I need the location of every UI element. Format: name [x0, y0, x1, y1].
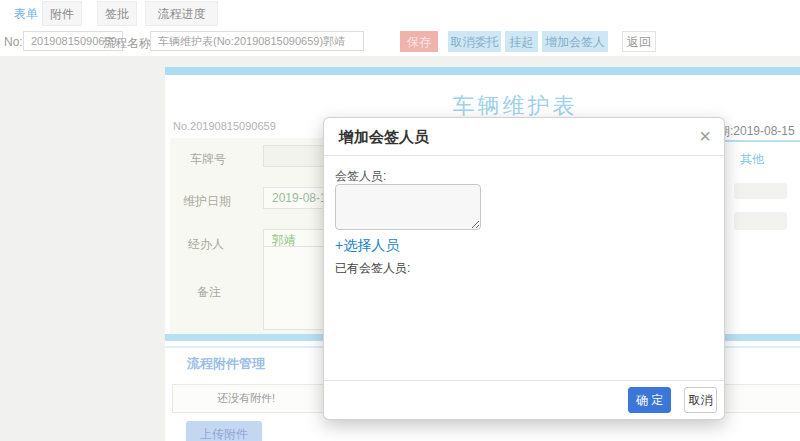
form-no-text: No.20190815090659 [173, 120, 276, 132]
cancel-delegate-button[interactable]: 取消委托 [448, 31, 501, 52]
maintenance-date-label: 维护日期 [183, 193, 231, 210]
countersign-person-label: 会签人员: [335, 168, 386, 185]
modal-footer: 确 定 取消 [324, 380, 724, 419]
tab-form[interactable]: 表单 [8, 1, 44, 26]
right-field-box-2[interactable] [734, 212, 787, 230]
close-icon[interactable]: × [699, 126, 711, 146]
tab-sign-approval[interactable]: 签批 [97, 1, 137, 26]
add-countersign-button[interactable]: 增加会签人 [542, 31, 608, 52]
attachment-section-heading: 流程附件管理 [187, 355, 265, 373]
suspend-button[interactable]: 挂起 [505, 31, 538, 52]
modal-title: 增加会签人员 [339, 118, 429, 156]
handler-label: 经办人 [188, 236, 224, 253]
process-name-label: 流程名称: [103, 35, 154, 52]
upload-attachment-button[interactable]: 上传附件 [186, 421, 262, 441]
modal-header: 增加会签人员 × [324, 118, 724, 156]
tab-bar: 表单 附件 签批 流程进度 [0, 0, 800, 27]
confirm-button[interactable]: 确 定 [628, 387, 671, 413]
toolbar: No: 流程名称: 保存 取消委托 挂起 增加会签人 返回 [0, 27, 800, 56]
remark-label: 备注 [197, 284, 221, 301]
process-name-input[interactable] [150, 31, 364, 51]
no-label: No: [4, 35, 23, 49]
panel-top-accent-bar [165, 67, 800, 75]
add-countersign-modal: 增加会签人员 × 会签人员: +选择人员 已有会签人员: 确 定 取消 [323, 117, 725, 420]
other-link[interactable]: 其他 [740, 151, 764, 168]
plate-number-label: 车牌号 [190, 151, 226, 168]
select-person-link[interactable]: +选择人员 [335, 237, 399, 255]
back-button[interactable]: 返回 [622, 31, 656, 52]
right-field-box-1[interactable] [734, 183, 787, 199]
tab-process-progress[interactable]: 流程进度 [145, 1, 218, 26]
existing-countersign-label: 已有会签人员: [335, 260, 410, 277]
cancel-button[interactable]: 取消 [684, 387, 717, 413]
countersign-person-textarea[interactable] [335, 184, 481, 230]
save-button[interactable]: 保存 [400, 31, 438, 52]
tab-attachment[interactable]: 附件 [42, 1, 82, 26]
